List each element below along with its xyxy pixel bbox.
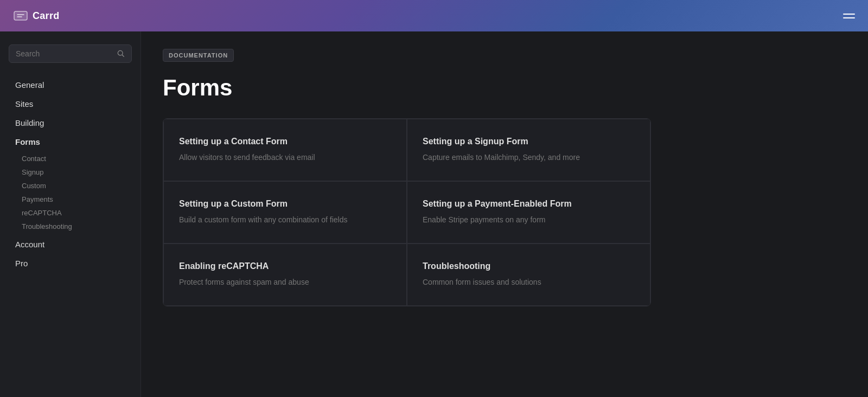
sidebar-subitem-recaptcha[interactable]: reCAPTCHA [15, 206, 132, 220]
search-icon [117, 50, 125, 57]
cards-grid: Setting up a Contact Form Allow visitors… [163, 118, 651, 306]
card-recaptcha-form[interactable]: Enabling reCAPTCHA Protect forms against… [163, 244, 407, 306]
card-signup-form[interactable]: Setting up a Signup Form Capture emails … [407, 119, 650, 181]
sidebar-item-building[interactable]: Building [9, 114, 132, 132]
breadcrumb: DOCUMENTATION [163, 49, 234, 62]
sidebar-item-pro[interactable]: Pro [9, 254, 132, 272]
sidebar-subitem-payments[interactable]: Payments [15, 193, 132, 206]
card-payment-form[interactable]: Setting up a Payment-Enabled Form Enable… [407, 181, 650, 244]
search-box[interactable] [9, 44, 132, 63]
card-troubleshooting-form[interactable]: Troubleshooting Common form issues and s… [407, 244, 650, 306]
header: Carrd [0, 0, 868, 31]
logo[interactable]: Carrd [13, 8, 60, 23]
forms-sub-nav: Contact Signup Custom Payments reCAPTCHA… [15, 152, 132, 233]
layout: General Sites Building Forms Contact Sig… [0, 31, 868, 397]
sidebar: General Sites Building Forms Contact Sig… [0, 31, 141, 397]
logo-icon [13, 8, 28, 23]
page-title: Forms [163, 75, 846, 101]
sidebar-item-forms[interactable]: Forms [9, 133, 132, 151]
logo-text: Carrd [33, 10, 60, 22]
sidebar-item-sites[interactable]: Sites [9, 95, 132, 113]
card-contact-form[interactable]: Setting up a Contact Form Allow visitors… [163, 119, 407, 181]
sidebar-item-general[interactable]: General [9, 76, 132, 94]
search-input[interactable] [16, 49, 113, 58]
sidebar-subitem-custom[interactable]: Custom [15, 179, 132, 193]
sidebar-item-account[interactable]: Account [9, 235, 132, 253]
sidebar-subitem-contact[interactable]: Contact [15, 152, 132, 165]
sidebar-subitem-troubleshooting[interactable]: Troubleshooting [15, 220, 132, 233]
svg-rect-0 [14, 11, 27, 20]
card-custom-form[interactable]: Setting up a Custom Form Build a custom … [163, 181, 407, 244]
sidebar-subitem-signup[interactable]: Signup [15, 165, 132, 179]
main-content: DOCUMENTATION Forms Setting up a Contact… [141, 31, 868, 397]
hamburger-menu-button[interactable] [843, 14, 855, 18]
